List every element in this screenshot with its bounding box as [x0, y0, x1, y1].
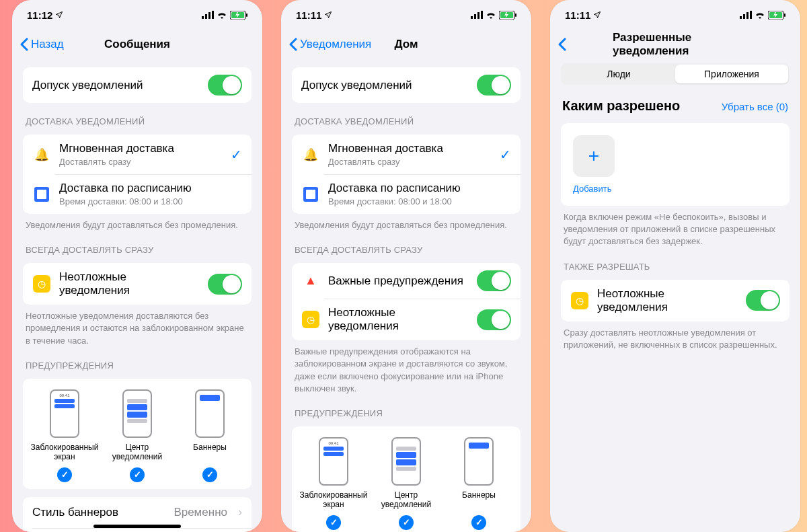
allowed-title: Каким разрешено — [562, 98, 680, 114]
wifi-icon — [755, 11, 765, 19]
allow-label: Допуск уведомлений — [301, 79, 469, 92]
allow-notifications-row[interactable]: Допуск уведомлений — [23, 67, 252, 103]
scheduled-delivery-row[interactable]: Доставка по расписанию Время доставки: 0… — [292, 174, 521, 214]
nav-bar: Разрешенные уведомления — [550, 30, 800, 59]
location-icon — [55, 11, 63, 19]
alert-lock-col[interactable]: 09:41 Заблокированный экран ✓ — [297, 437, 370, 530]
svg-rect-3 — [212, 11, 214, 19]
add-app-button[interactable]: + — [573, 135, 615, 177]
status-bar: 11:11 — [550, 0, 800, 30]
alert-banner-col[interactable]: Баннеры ✓ — [174, 389, 246, 482]
svg-rect-6 — [246, 13, 247, 17]
check-circle-icon[interactable]: ✓ — [326, 515, 341, 530]
seg-people[interactable]: Люди — [562, 65, 675, 83]
nav-bar: Назад Сообщения — [12, 30, 262, 59]
page-title: Разрешенные уведомления — [613, 31, 738, 58]
instant-title: Мгновенная доставка — [328, 142, 492, 155]
urgent-row[interactable]: ◷ Неотложные уведомления — [292, 299, 521, 340]
urgent-switch[interactable] — [208, 274, 242, 295]
svg-rect-13 — [515, 13, 516, 17]
urgent-row[interactable]: ◷ Неотложные уведомления — [23, 263, 252, 305]
check-circle-icon[interactable]: ✓ — [202, 467, 217, 482]
clock-icon: ◷ — [33, 275, 50, 293]
segmented-control[interactable]: Люди Приложения — [561, 63, 790, 85]
banner-style-row[interactable]: Стиль баннеров Временно › — [23, 497, 252, 528]
urgent-row[interactable]: ◷ Неотложные уведомления — [561, 280, 790, 321]
critical-switch[interactable] — [477, 270, 511, 291]
urgent-switch[interactable] — [746, 290, 780, 311]
allow-label: Допуск уведомлений — [32, 79, 200, 92]
allow-notifications-row[interactable]: Допуск уведомлений — [292, 67, 521, 103]
lock-preview-icon: 09:41 — [319, 437, 348, 486]
svg-rect-8 — [474, 14, 476, 19]
svg-rect-17 — [750, 11, 752, 19]
nav-bar: Уведомления Дом — [281, 30, 531, 59]
urgent-title: Неотложные уведомления — [328, 306, 469, 333]
back-button[interactable]: Уведомления — [289, 38, 371, 51]
svg-rect-15 — [743, 14, 745, 19]
also-footer: Сразу доставлять неотложные уведомления … — [564, 327, 787, 351]
always-footer: Неотложные уведомления доставляются без … — [26, 310, 249, 347]
phone-screen-messages: 11:12 Назад Сообщения Допуск уведомлений… — [12, 0, 262, 532]
status-bar: 11:12 — [12, 0, 262, 30]
chevron-left-icon — [20, 38, 28, 51]
svg-rect-14 — [740, 16, 742, 19]
svg-rect-20 — [784, 13, 785, 17]
status-bar: 11:11 — [281, 0, 531, 30]
alert-center-label: Центр уведомлений — [101, 443, 174, 462]
svg-rect-16 — [746, 12, 748, 19]
banner-style-label: Стиль баннеров — [32, 506, 165, 519]
clock-icon: ◷ — [571, 292, 588, 309]
alert-lock-col[interactable]: 09:41 Заблокированный экран ✓ — [28, 389, 101, 482]
alert-center-col[interactable]: Центр уведомлений ✓ — [370, 437, 443, 530]
check-icon: ✓ — [500, 147, 511, 163]
allow-switch[interactable] — [477, 75, 511, 96]
page-title: Сообщения — [104, 38, 170, 51]
alerts-panel: 09:41 Заблокированный экран ✓ Центр увед… — [292, 426, 521, 532]
alerts-panel: 09:41 Заблокированный экран ✓ Центр увед… — [23, 379, 252, 489]
seg-apps[interactable]: Приложения — [675, 65, 788, 83]
banner-style-value: Временно — [174, 506, 227, 519]
banner-preview-icon — [195, 389, 225, 438]
sounds-row[interactable]: Звуки Нота › — [23, 528, 252, 532]
check-circle-icon[interactable]: ✓ — [399, 515, 414, 530]
scheduled-sub: Время доставки: 08:00 и 18:00 — [59, 196, 242, 206]
check-circle-icon[interactable]: ✓ — [130, 467, 145, 482]
alert-center-col[interactable]: Центр уведомлений ✓ — [101, 389, 174, 482]
svg-rect-0 — [202, 16, 204, 19]
calendar-icon — [34, 187, 49, 202]
home-indicator[interactable] — [93, 525, 181, 528]
add-label[interactable]: Добавить — [573, 184, 611, 194]
instant-delivery-row[interactable]: 🔔 Мгновенная доставка Доставлять сразу ✓ — [23, 135, 252, 174]
back-button[interactable] — [558, 38, 566, 51]
delivery-footer: Уведомления будут доставляться без проме… — [26, 219, 249, 231]
alert-lock-label: Заблокированный экран — [297, 491, 370, 510]
urgent-switch[interactable] — [477, 309, 511, 330]
section-header-alerts: ПРЕДУПРЕЖДЕНИЯ — [26, 360, 249, 371]
urgent-title: Неотложные уведомления — [59, 270, 200, 297]
battery-icon — [768, 11, 785, 20]
back-button[interactable]: Назад — [20, 38, 64, 51]
allow-switch[interactable] — [208, 75, 242, 96]
signal-icon — [202, 11, 214, 19]
alert-banner-label: Баннеры — [193, 443, 227, 462]
back-label: Уведомления — [300, 38, 371, 51]
instant-delivery-row[interactable]: 🔔 Мгновенная доставка Доставлять сразу ✓ — [292, 135, 521, 174]
check-circle-icon[interactable]: ✓ — [471, 515, 486, 530]
svg-rect-1 — [205, 14, 207, 19]
remove-all-button[interactable]: Убрать все (0) — [722, 101, 788, 112]
scheduled-title: Доставка по расписанию — [59, 182, 242, 195]
always-footer: Важные предупреждения отображаются на за… — [295, 346, 518, 395]
scheduled-sub: Время доставки: 08:00 и 18:00 — [328, 196, 511, 206]
battery-icon — [230, 11, 247, 20]
alert-center-label: Центр уведомлений — [370, 491, 443, 510]
critical-row[interactable]: ▲ Важные предупреждения — [292, 263, 521, 299]
lock-preview-icon: 09:41 — [50, 389, 79, 438]
location-icon — [593, 11, 601, 19]
alert-banner-col[interactable]: Баннеры ✓ — [443, 437, 515, 530]
scheduled-delivery-row[interactable]: Доставка по расписанию Время доставки: 0… — [23, 174, 252, 214]
warning-icon: ▲ — [305, 274, 317, 288]
back-label: Назад — [31, 38, 64, 51]
check-circle-icon[interactable]: ✓ — [57, 467, 72, 482]
allowed-footer: Когда включен режим «Не беспокоить», выз… — [564, 211, 787, 248]
